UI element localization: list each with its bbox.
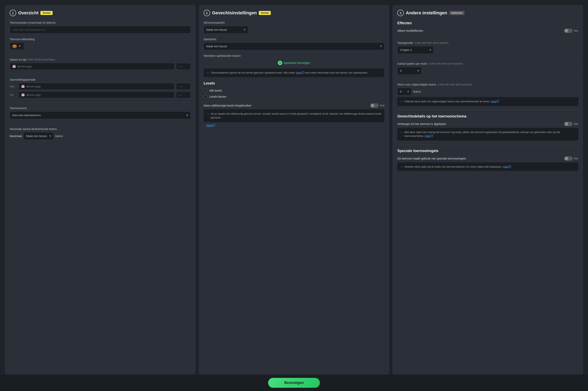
divider-s3-4 bbox=[397, 110, 578, 110]
game-mode-select[interactable]: Maak een keuze. bbox=[204, 42, 385, 50]
timezone-label: GMT+09:00 (Asia/Tokyo) bbox=[28, 58, 55, 61]
reg-from-calendar-icon: 📅 bbox=[21, 85, 25, 88]
no-random-toggle[interactable]: Nee bbox=[370, 103, 384, 108]
invited-count-select[interactable]: 0 bbox=[397, 88, 411, 96]
reg-from-time[interactable]: --:-- bbox=[176, 83, 191, 90]
external-link-icon-2 bbox=[212, 124, 215, 127]
add-icon: + bbox=[278, 61, 282, 65]
no-random-switch[interactable] bbox=[370, 103, 379, 108]
special-rules-desc: Dit toernooi maakt gebruik van speciale … bbox=[397, 157, 467, 160]
reg-to-date[interactable]: 📅 dd-mm-yyyy bbox=[19, 91, 175, 98]
special-rules-toggle[interactable]: Nee bbox=[564, 156, 578, 161]
calendar-icon: 📅 bbox=[12, 65, 16, 68]
max-teams-select[interactable]: Maak een keuze. bbox=[23, 132, 54, 140]
game-mode-group: Spelstand Maak een keuze. ▼ bbox=[204, 38, 385, 50]
players-per-team-select[interactable]: 4 bbox=[397, 67, 422, 75]
no-random-toggle-label: Nee bbox=[380, 104, 384, 107]
all-levels-radio[interactable] bbox=[204, 89, 207, 93]
tournament-emoji: 🎃 bbox=[12, 44, 17, 48]
levels-group: Levels Alle levels Levels kiezen bbox=[204, 81, 385, 99]
win-conditions-select[interactable]: Maak een keuze. bbox=[204, 26, 248, 34]
confirm-button[interactable]: Bevestigen bbox=[268, 378, 320, 388]
image-picker-button[interactable]: 🎃 ▼ bbox=[10, 42, 24, 50]
time-value: --:-- bbox=[179, 65, 183, 68]
max-teams-select-wrapper: Maak een keuze. ▼ bbox=[23, 132, 54, 140]
divider-s3-2 bbox=[397, 58, 578, 58]
reg-to-time[interactable]: --:-- bbox=[176, 92, 191, 98]
external-link-icon-1 bbox=[302, 71, 304, 74]
special-rules-help-link[interactable]: Hulp bbox=[503, 165, 508, 168]
tournament-image-label: Toernooi-afbeelding bbox=[10, 38, 191, 41]
win-conditions-select-wrapper: Maak een keuze. ▼ bbox=[204, 26, 248, 34]
help-link-1[interactable]: Hulp bbox=[296, 71, 301, 74]
multiple-modes-label: Meerdere spelstanden kiezen bbox=[204, 54, 385, 57]
tournament-form-label: Toernooivorm bbox=[10, 106, 191, 110]
invited-teams-note: (Later niet meer aan te passen) bbox=[438, 83, 472, 86]
team-size-group: Teamgrootte (Later niet meer aan te pass… bbox=[397, 41, 578, 54]
divider-s3-3 bbox=[397, 79, 578, 79]
from-label: Van: bbox=[10, 85, 17, 88]
section3-title: Andere instellingen bbox=[406, 10, 447, 15]
choose-levels-row[interactable]: Levels kiezen bbox=[204, 95, 385, 98]
tournament-form-select[interactable]: Kies een toernooivorm. bbox=[10, 111, 191, 119]
invited-info-text: Gebruik deze optie om uitgenodigde teams… bbox=[404, 100, 490, 103]
game-mode-select-wrapper: Maak een keuze. ▼ bbox=[204, 42, 385, 50]
invited-help-link[interactable]: Hulp bbox=[491, 100, 496, 103]
section2-number: 2 bbox=[204, 10, 210, 16]
no-random-info-text: Als je speelt met willekeurig gekozen le… bbox=[211, 112, 382, 120]
divider-s3-1 bbox=[397, 37, 578, 37]
hide-toggle-label: Nee bbox=[574, 122, 578, 125]
add-mode-button[interactable]: + Spelstand toevoegen bbox=[278, 61, 310, 65]
registration-label: Aanmeldingsperiode bbox=[10, 78, 191, 81]
no-random-label: Geen willekeurige levels hergebruiken bbox=[204, 104, 252, 107]
reg-to-calendar-icon: 📅 bbox=[21, 93, 25, 97]
players-per-team-select-wrapper: 4 ▼ bbox=[397, 67, 422, 75]
tournament-name-label: Toernooinaam (maximaal 32 tekens) bbox=[10, 21, 191, 24]
hide-toggle[interactable]: Nee bbox=[564, 122, 578, 126]
section1-badge: Vereist bbox=[40, 11, 52, 15]
special-rules-label: Speciale toernooiregels bbox=[397, 149, 578, 153]
main-effects-switch[interactable] bbox=[564, 28, 573, 33]
invited-teams-group: Menu voor uitgenodigde teams (Later niet… bbox=[397, 83, 578, 106]
time-input[interactable]: --:-- bbox=[176, 63, 191, 70]
add-mode-label: Spelstand toevoegen bbox=[284, 61, 310, 65]
tournament-form-group: Toernooivorm Kies een toernooivorm. ▼ bbox=[10, 106, 191, 119]
hide-switch[interactable] bbox=[564, 122, 573, 126]
external-link-icon-5 bbox=[508, 165, 511, 168]
multiple-modes-group: Meerdere spelstanden kiezen + Spelstand … bbox=[204, 54, 385, 77]
choose-levels-radio[interactable] bbox=[204, 95, 207, 98]
max-teams-label: Maximale aantal deelnemende teams bbox=[10, 127, 191, 131]
team-size-note: (Later niet meer aan te passen) bbox=[415, 41, 449, 44]
reg-to-date-value: dd-mm-yyyy bbox=[26, 94, 41, 97]
invited-teams-info: — Gebruik deze optie om uitgenodigde tea… bbox=[397, 97, 578, 106]
special-rules-switch[interactable] bbox=[564, 156, 573, 161]
info-text: Toernooikamers geven de als eerste gekoz… bbox=[211, 71, 295, 74]
datetime-label: Datum en tijd GMT+09:00 (Asia/Tokyo) bbox=[10, 58, 191, 61]
players-per-team-label: Aantal spelers per team (Later niet meer… bbox=[397, 62, 578, 65]
no-random-toggle-row: Geen willekeurige levels hergebruiken Ne… bbox=[204, 103, 385, 108]
tournament-form-select-wrapper: Kies een toernooivorm. ▼ bbox=[10, 111, 191, 119]
max-teams-group: Maximale aantal deelnemende teams Maxima… bbox=[10, 127, 191, 140]
date-input[interactable]: 📅 dd-mm-yyyy bbox=[10, 63, 175, 70]
registration-to-row: Tot: 📅 dd-mm-yyyy --:-- bbox=[10, 91, 191, 98]
team-size-select[interactable]: 4 tegen 4 bbox=[397, 46, 434, 54]
help-link-2[interactable]: Hulp bbox=[206, 124, 212, 127]
special-rules-group: Speciale toernooiregels Dit toernooi maa… bbox=[397, 149, 578, 171]
invited-teams-row: 0 ▼ teams bbox=[397, 88, 578, 96]
main-effects-row: Alleen hoofdeffecten Nee bbox=[397, 28, 578, 33]
tournament-name-input[interactable] bbox=[10, 26, 191, 34]
tournament-name-group: Toernooinaam (maximaal 32 tekens) bbox=[10, 21, 191, 34]
hide-label: Verbergen tot het toernooi is afgelopen bbox=[397, 122, 446, 125]
game-mode-label: Spelstand bbox=[204, 38, 385, 41]
main-effects-toggle[interactable]: Nee bbox=[564, 28, 578, 33]
invited-teams-label: Menu voor uitgenodigde teams (Later niet… bbox=[397, 83, 578, 86]
section2-title: Gevechtsinstellingen bbox=[212, 10, 257, 15]
section3-number: 3 bbox=[397, 10, 404, 16]
special-rules-toggle-label: Nee bbox=[574, 157, 578, 160]
all-levels-row[interactable]: Alle levels bbox=[204, 89, 385, 93]
hide-help-link[interactable]: Hulp bbox=[425, 134, 430, 137]
game-mode-info: — Toernooikamers geven de als eerste gek… bbox=[204, 68, 385, 77]
fight-details-group: Gevechtsdetails op het toernooischema Ve… bbox=[397, 114, 578, 140]
reg-from-date[interactable]: 📅 dd-mm-yyyy bbox=[19, 83, 175, 90]
effects-group: Effecten Alleen hoofdeffecten Nee bbox=[397, 21, 578, 33]
